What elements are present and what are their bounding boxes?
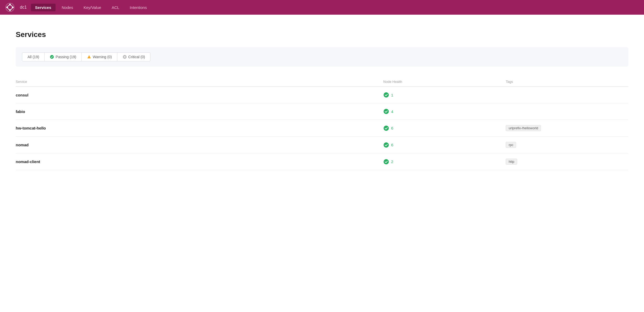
filter-warning-label: Warning (0) — [93, 55, 112, 59]
table-row[interactable]: nomad-client 2http — [16, 153, 628, 170]
nav-item-services[interactable]: Services — [31, 4, 56, 11]
nav-item-intentions[interactable]: Intentions — [125, 4, 151, 11]
svg-point-2 — [9, 4, 11, 5]
svg-point-9 — [384, 92, 389, 98]
tags-cell: http — [506, 159, 628, 165]
health-check-icon — [383, 142, 389, 148]
page-title: Services — [16, 30, 628, 39]
table-row[interactable]: consul 1 — [16, 87, 628, 103]
health-count: 6 — [391, 143, 393, 147]
node-health-cell: 1 — [383, 92, 506, 98]
col-header-tags: Tags — [506, 77, 628, 87]
node-health-cell: 6 — [383, 142, 506, 148]
svg-text:!: ! — [89, 56, 89, 58]
consul-logo-icon — [5, 3, 15, 12]
filter-warning-button[interactable]: ! Warning (0) — [82, 52, 117, 61]
svg-point-6 — [50, 55, 54, 59]
nav-item-acl[interactable]: ACL — [107, 4, 123, 11]
service-name: nomad-client — [16, 159, 40, 164]
svg-point-3 — [9, 9, 11, 11]
health-check-icon — [383, 92, 389, 98]
health-count: 1 — [391, 93, 393, 97]
service-tag: urlprefix-/helloworld — [506, 125, 541, 131]
tags-cell: urlprefix-/helloworld — [506, 125, 628, 131]
service-name: consul — [16, 93, 28, 97]
critical-icon — [123, 55, 127, 59]
filter-critical-label: Critical (0) — [128, 55, 145, 59]
health-check-icon — [383, 109, 389, 114]
filter-passing-label: Passing (19) — [56, 55, 76, 59]
services-table: Service Node Health Tags consul 1fabio 4… — [16, 77, 628, 170]
tags-cell: rpc — [506, 142, 628, 148]
service-name: fabio — [16, 109, 25, 114]
svg-point-10 — [384, 109, 389, 114]
datacenter-label: dc1 — [20, 5, 27, 10]
col-header-service: Service — [16, 77, 383, 87]
warning-icon: ! — [87, 55, 91, 59]
main-nav: dc1 Services Nodes Key/Value ACL Intenti… — [0, 0, 644, 15]
health-check-icon — [383, 159, 389, 165]
passing-icon — [50, 55, 54, 59]
col-header-nodehealth: Node Health — [383, 77, 506, 87]
health-count: 6 — [391, 126, 393, 130]
node-health-cell: 4 — [383, 109, 506, 114]
table-row[interactable]: hw-tomcat-hello 6urlprefix-/helloworld — [16, 120, 628, 137]
nav-item-nodes[interactable]: Nodes — [58, 4, 77, 11]
svg-point-12 — [384, 142, 389, 148]
filter-critical-button[interactable]: Critical (0) — [117, 52, 151, 61]
nav-item-keyvalue[interactable]: Key/Value — [79, 4, 105, 11]
filter-passing-button[interactable]: Passing (19) — [45, 52, 82, 61]
health-count: 2 — [391, 159, 393, 164]
table-row[interactable]: fabio 4 — [16, 103, 628, 120]
service-tag: http — [506, 159, 517, 165]
filter-all-button[interactable]: All (19) — [22, 52, 45, 61]
node-health-cell: 2 — [383, 159, 506, 165]
service-name: hw-tomcat-hello — [16, 126, 46, 130]
service-tag: rpc — [506, 142, 516, 148]
health-check-icon — [383, 125, 389, 131]
table-row[interactable]: nomad 6rpc — [16, 137, 628, 153]
filter-all-label: All (19) — [28, 55, 39, 59]
node-health-cell: 6 — [383, 125, 506, 131]
service-name: nomad — [16, 143, 29, 147]
filter-bar: All (19) Passing (19) ! Warning (0) Crit… — [16, 47, 628, 67]
svg-point-5 — [12, 7, 14, 8]
svg-point-13 — [384, 159, 389, 164]
svg-point-11 — [384, 126, 389, 131]
health-count: 4 — [391, 109, 393, 114]
svg-point-1 — [8, 5, 12, 10]
svg-point-4 — [6, 7, 8, 8]
main-content: Services All (19) Passing (19) ! Warning… — [0, 15, 644, 181]
